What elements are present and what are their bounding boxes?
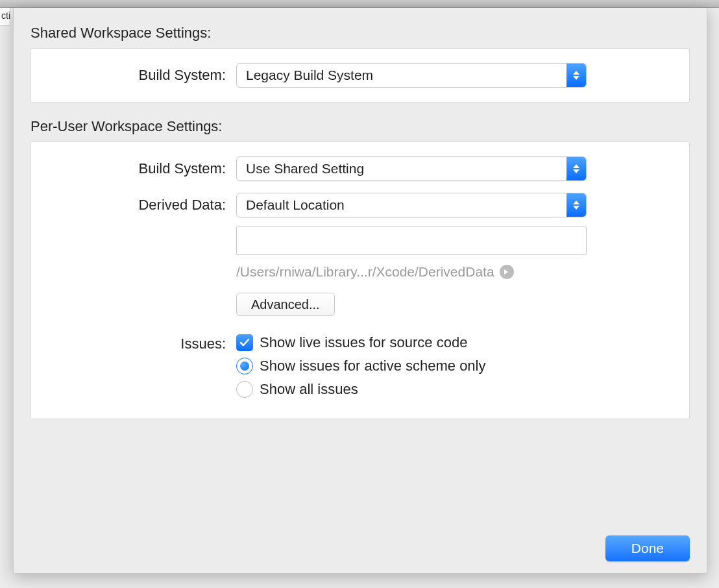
derived-data-value: Default Location [237,197,567,213]
popup-stepper-icon [567,157,586,180]
popup-stepper-icon [567,64,586,87]
radio-active-scheme-only[interactable]: Show issues for active scheme only [236,358,666,374]
reveal-in-finder-icon[interactable] [500,265,514,279]
popup-stepper-icon [567,193,586,217]
issues-label: Issues: [55,334,236,352]
sheet-footer: Done [605,535,690,561]
derived-data-resolved-path: /Users/rniwa/Library...r/Xcode/DerivedDa… [236,264,494,280]
show-live-issues-checkbox-row[interactable]: Show live issues for source code [236,334,666,351]
shared-build-system-value: Legacy Build System [237,67,567,83]
peruser-build-system-value: Use Shared Setting [237,161,567,177]
show-live-issues-label: Show live issues for source code [260,334,467,351]
peruser-build-system-label: Build System: [55,160,236,177]
peruser-settings-title: Per-User Workspace Settings: [30,118,690,135]
shared-settings-title: Shared Workspace Settings: [30,25,690,42]
derived-data-label: Derived Data: [55,193,236,214]
radio-icon [236,381,253,398]
shared-settings-panel: Build System: Legacy Build System [30,48,690,103]
peruser-settings-panel: Build System: Use Shared Setting Derived… [30,141,690,419]
background-tab-stub: cti [0,8,10,26]
window-titlebar [0,0,719,8]
radio-show-all-issues[interactable]: Show all issues [236,381,666,398]
derived-data-path-field[interactable] [236,227,587,255]
workspace-settings-sheet: Shared Workspace Settings: Build System:… [13,8,707,574]
radio-icon [236,358,253,374]
shared-build-system-label: Build System: [55,67,236,84]
peruser-build-system-popup[interactable]: Use Shared Setting [236,156,587,181]
checkbox-icon [236,334,253,351]
derived-data-popup[interactable]: Default Location [236,193,587,217]
done-button[interactable]: Done [605,535,690,561]
shared-build-system-popup[interactable]: Legacy Build System [236,63,587,88]
radio-active-scheme-label: Show issues for active scheme only [260,358,486,374]
radio-show-all-label: Show all issues [260,381,358,398]
advanced-button[interactable]: Advanced... [236,293,335,316]
